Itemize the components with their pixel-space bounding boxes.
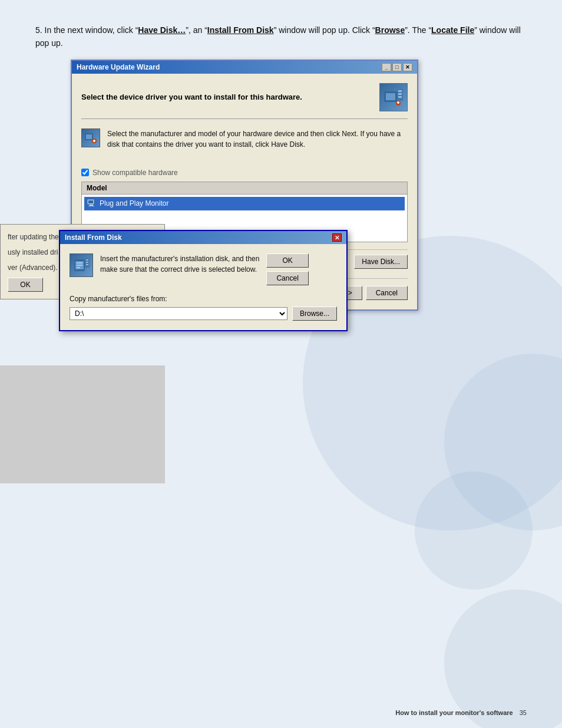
- svg-rect-3: [398, 90, 402, 92]
- wizard-description: Select the manufacturer and model of you…: [81, 129, 408, 159]
- svg-rect-5: [398, 96, 402, 98]
- install-disk-ok-button[interactable]: OK: [266, 253, 308, 268]
- path-row: D:\ Browse...: [70, 307, 337, 321]
- install-disk-top: Insert the manufacturer's installation d…: [70, 253, 337, 285]
- wizard-desc-icon: [81, 129, 100, 147]
- svg-rect-29: [86, 259, 88, 261]
- step-text: 5. In the next window, click “Have Disk……: [35, 24, 527, 50]
- cancel-button[interactable]: Cancel: [366, 286, 408, 300]
- svg-rect-15: [88, 200, 93, 203]
- wizard-titlebar: Hardware Update Wizard _ □ ✕: [72, 61, 417, 74]
- wizard-header-text: Select the device driver you want to ins…: [81, 93, 379, 101]
- step-number: 5.: [35, 25, 42, 35]
- have-disk-ref: Have Disk…: [138, 25, 186, 35]
- show-compatible-row: Show compatible hardware: [81, 169, 408, 177]
- maximize-button[interactable]: □: [392, 63, 402, 71]
- install-disk-titlebar: Install From Disk ✕: [60, 231, 346, 244]
- install-disk-action-buttons: OK Cancel: [266, 253, 308, 285]
- wizard-header: Select the device driver you want to ins…: [81, 83, 408, 119]
- show-compatible-label: Show compatible hardware: [92, 169, 178, 177]
- wizard-title: Hardware Update Wizard: [77, 63, 160, 71]
- svg-rect-30: [86, 262, 88, 263]
- model-item-icon: [87, 198, 96, 209]
- model-list-item[interactable]: Plug and Play Monitor: [84, 197, 405, 210]
- install-disk-description: Insert the manufacturer's installation d…: [100, 253, 259, 275]
- install-disk-window: Install From Disk ✕: [59, 230, 348, 331]
- minimize-button[interactable]: _: [382, 63, 391, 71]
- svg-rect-1: [386, 93, 395, 100]
- svg-rect-17: [88, 206, 94, 206]
- step-middle3: ”. The “: [405, 25, 431, 35]
- svg-rect-25: [77, 262, 82, 263]
- locate-file-ref: Locate File: [431, 25, 474, 35]
- bg-gray-area: [0, 365, 165, 483]
- show-compatible-checkbox[interactable]: [81, 169, 89, 176]
- step-middle2: ” window will pop up. Click “: [274, 25, 375, 35]
- svg-rect-4: [398, 93, 402, 95]
- install-from-disk-ref: Install From Disk: [207, 25, 274, 35]
- step-intro: In the next window, click “: [45, 25, 138, 35]
- model-list-header: Model: [82, 182, 407, 195]
- svg-rect-13: [94, 140, 95, 142]
- install-disk-title: Install From Disk: [65, 233, 122, 242]
- close-button[interactable]: ✕: [403, 63, 412, 71]
- page-footer: How to install your monitor's software 3…: [395, 709, 527, 716]
- svg-rect-26: [77, 265, 82, 266]
- footer-page-number: 35: [520, 709, 527, 716]
- wizard-description-text: Select the manufacturer and model of you…: [107, 129, 408, 150]
- wizard-titlebar-controls: _ □ ✕: [382, 63, 412, 71]
- svg-rect-16: [90, 205, 93, 206]
- install-disk-close-button[interactable]: ✕: [332, 233, 342, 242]
- svg-rect-8: [398, 101, 399, 104]
- install-disk-icon: [70, 253, 93, 277]
- bg-ok-button[interactable]: OK: [8, 278, 43, 292]
- install-disk-desc-line1: Insert the manufacturer's installation d…: [100, 253, 259, 264]
- wizard-header-icon: [379, 83, 408, 111]
- model-item-text: Plug and Play Monitor: [100, 199, 168, 207]
- install-disk-desc-line2: make sure that the correct drive is sele…: [100, 264, 259, 275]
- path-select[interactable]: D:\: [70, 307, 287, 320]
- svg-rect-27: [77, 267, 80, 268]
- footer-label: How to install your monitor's software: [395, 709, 513, 716]
- svg-rect-31: [86, 264, 88, 265]
- have-disk-button[interactable]: Have Disk...: [354, 255, 408, 269]
- browse-button[interactable]: Browse...: [292, 307, 337, 321]
- copy-files-label: Copy manufacturer's files from:: [70, 295, 337, 303]
- svg-rect-10: [86, 134, 92, 139]
- install-disk-body: Insert the manufacturer's installation d…: [60, 244, 346, 330]
- step-middle1: ”, an “: [186, 25, 207, 35]
- browse-ref: Browse: [375, 25, 405, 35]
- install-from-disk-dialog: Install From Disk ✕: [59, 230, 348, 331]
- install-disk-cancel-button[interactable]: Cancel: [266, 271, 308, 285]
